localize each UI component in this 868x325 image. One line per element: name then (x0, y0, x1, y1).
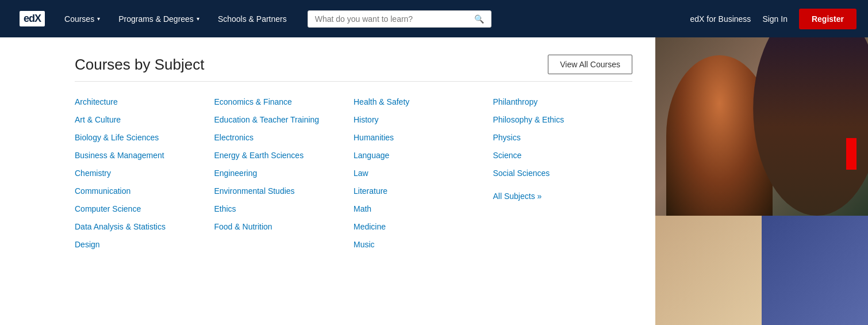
all-subjects-link[interactable]: All Subjects » (493, 192, 633, 201)
register-button[interactable]: Register (799, 9, 857, 29)
subjects-col-2: Economics & FinanceEducation & Teacher T… (214, 93, 354, 254)
subject-link[interactable]: Communication (75, 182, 214, 200)
subject-link[interactable]: Engineering (214, 165, 354, 182)
programs-nav-item[interactable]: Programs & Degrees ▾ (109, 0, 209, 37)
subject-link[interactable]: Law (354, 165, 493, 182)
nav-right: edX for Business Sign In Register (690, 9, 857, 29)
subject-link[interactable]: Physics (493, 129, 633, 147)
side-images (655, 37, 868, 325)
red-accent-decoration (846, 138, 857, 170)
main-wrapper: Courses by Subject View All Courses Arch… (0, 37, 868, 325)
subject-link[interactable]: Design (75, 236, 214, 254)
subject-link[interactable]: Environmental Studies (214, 182, 354, 200)
subjects-col-1: ArchitectureArt & CultureBiology & Life … (75, 93, 214, 254)
subject-link[interactable]: Energy & Earth Sciences (214, 147, 354, 165)
subject-link[interactable]: Food & Nutrition (214, 218, 354, 236)
subject-link[interactable]: Science (493, 147, 633, 165)
subject-link[interactable]: Language (354, 147, 493, 165)
subject-link[interactable]: Chemistry (75, 165, 214, 182)
search-input[interactable] (315, 14, 470, 24)
signin-button[interactable]: Sign In (762, 14, 788, 24)
programs-label: Programs & Degrees (118, 14, 194, 24)
subject-link[interactable]: Social Sciences (493, 165, 633, 182)
subject-link[interactable]: Art & Culture (75, 111, 214, 129)
subject-link[interactable]: Computer Science (75, 200, 214, 218)
subject-link[interactable]: Health & Safety (354, 93, 493, 111)
subject-link[interactable]: Architecture (75, 93, 214, 111)
subject-link[interactable]: Education & Teacher Training (214, 111, 354, 129)
subject-link[interactable]: Music (354, 236, 493, 254)
business-link[interactable]: edX for Business (690, 14, 751, 24)
search-bar[interactable]: 🔍 (308, 10, 491, 28)
panel-title: Courses by Subject (75, 56, 204, 74)
subject-link[interactable]: Philosophy & Ethics (493, 111, 633, 129)
view-all-button[interactable]: View All Courses (548, 55, 632, 74)
subject-link[interactable]: Data Analysis & Statistics (75, 218, 214, 236)
hero-image-top (655, 37, 868, 216)
subject-link[interactable]: Philanthropy (493, 93, 633, 111)
search-icon: 🔍 (474, 14, 484, 24)
subject-link[interactable]: Economics & Finance (214, 93, 354, 111)
subject-link[interactable]: History (354, 111, 493, 129)
programs-chevron-icon: ▾ (197, 16, 199, 22)
courses-chevron-icon: ▾ (97, 16, 100, 22)
courses-label: Courses (64, 14, 94, 24)
hero-image-bottom (655, 216, 868, 325)
subject-link[interactable]: Humanities (354, 129, 493, 147)
sub-image-left (655, 216, 762, 325)
subject-link[interactable]: Electronics (214, 129, 354, 147)
subject-link[interactable]: Business & Management (75, 147, 214, 165)
edx-logo: edX (20, 11, 45, 26)
navbar: edX Courses ▾ Programs & Degrees ▾ Schoo… (0, 0, 868, 37)
subject-link[interactable]: Biology & Life Sciences (75, 129, 214, 147)
schools-nav-item[interactable]: Schools & Partners (209, 0, 296, 37)
subject-link[interactable]: Math (354, 200, 493, 218)
dropdown-panel: Courses by Subject View All Courses Arch… (0, 37, 655, 325)
panel-header: Courses by Subject View All Courses (75, 55, 632, 82)
subject-link[interactable]: Medicine (354, 218, 493, 236)
sub-image-right (762, 216, 868, 325)
schools-label: Schools & Partners (218, 14, 287, 24)
subjects-col-4: PhilanthropyPhilosophy & EthicsPhysicsSc… (493, 93, 633, 254)
courses-nav-item[interactable]: Courses ▾ (55, 0, 109, 37)
subject-link[interactable]: Literature (354, 182, 493, 200)
subjects-grid: ArchitectureArt & CultureBiology & Life … (75, 93, 632, 254)
logo-container: edX (11, 6, 53, 31)
subject-link[interactable]: Ethics (214, 200, 354, 218)
subjects-col-3: Health & SafetyHistoryHumanitiesLanguage… (354, 93, 493, 254)
